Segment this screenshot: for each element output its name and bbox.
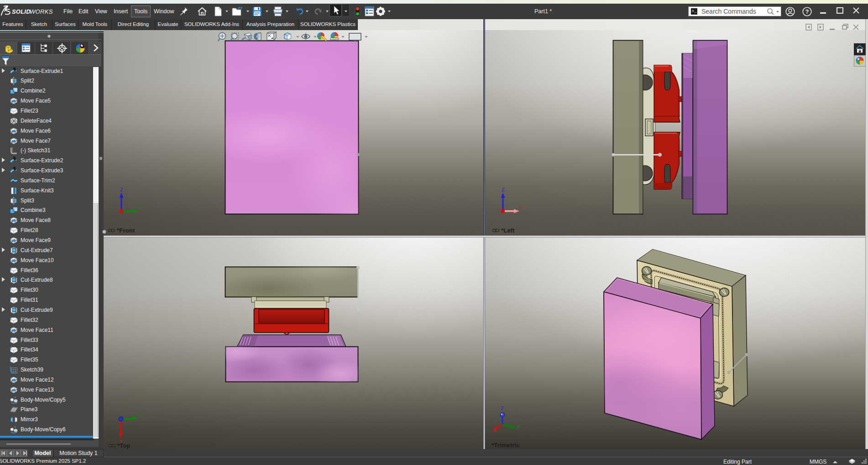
svg-text:Z: Z [502, 187, 505, 192]
svg-text:X: X [493, 428, 497, 433]
svg-text:SOLID: SOLID [12, 8, 31, 15]
svg-text:Z: Z [501, 405, 504, 411]
svg-text:Y: Y [139, 204, 143, 210]
svg-text:x: x [521, 205, 523, 210]
svg-text:Y: Y [517, 424, 520, 430]
svg-text:x: x [120, 439, 122, 444]
svg-text:Y: Y [139, 413, 142, 418]
svg-text:?: ? [805, 8, 809, 15]
svg-text:Z: Z [120, 187, 123, 192]
svg-text:WORKS: WORKS [30, 8, 53, 15]
